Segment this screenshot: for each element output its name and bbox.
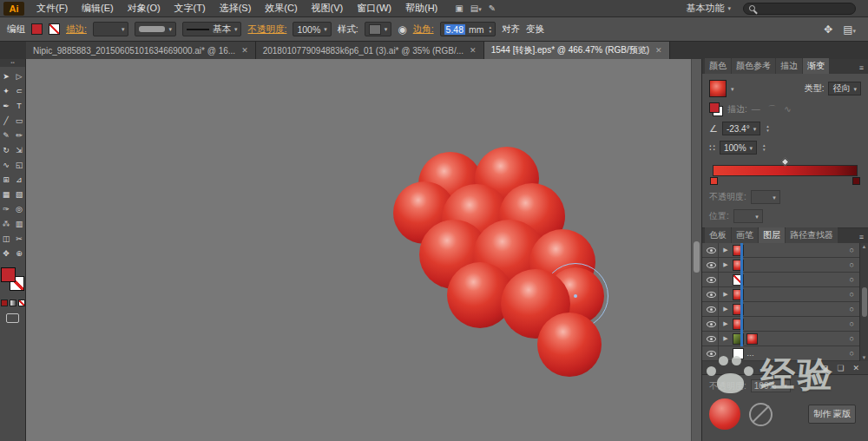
visibility-cell[interactable] — [705, 302, 719, 316]
menu-item-3[interactable]: 文字(T) — [168, 2, 213, 15]
workspace-switcher[interactable]: 基本功能 ▾ — [686, 2, 731, 15]
menu-item-8[interactable]: 帮助(H) — [398, 2, 444, 15]
recolor-artwork-icon[interactable]: ◉ — [398, 23, 406, 36]
tab-0[interactable]: 颜色 — [705, 58, 731, 74]
gradient-type-dropdown[interactable]: 径向▾ — [828, 82, 861, 95]
eye-icon[interactable] — [707, 292, 716, 298]
menu-item-4[interactable]: 选择(S) — [213, 2, 259, 15]
paintbrush-tool[interactable]: ✎ — [0, 128, 13, 142]
gradient-slider[interactable] — [713, 165, 858, 176]
share-icon[interactable]: ✎ — [489, 3, 496, 13]
fill-stroke-indicator[interactable] — [1, 267, 24, 291]
tab2-2[interactable]: 图层 — [759, 227, 785, 243]
style-dropdown[interactable]: ▾ — [365, 22, 392, 36]
layer-row[interactable]: …○ — [702, 346, 868, 361]
eye-icon[interactable] — [707, 321, 716, 327]
expand-chevron-icon[interactable]: ▶ — [721, 335, 730, 342]
eyedropper-tool[interactable]: ✑ — [0, 201, 13, 216]
column-graph-tool[interactable]: ▥ — [13, 216, 26, 231]
target-circle-icon[interactable]: ○ — [850, 246, 854, 254]
target-circle-icon[interactable]: ○ — [850, 305, 854, 313]
blend-tool[interactable]: ◎ — [13, 201, 26, 216]
visibility-cell[interactable] — [705, 258, 719, 272]
none-mode-icon[interactable] — [18, 299, 25, 306]
panel-dock-icon[interactable]: ▤▾ — [843, 23, 856, 36]
layer-row[interactable]: ○ — [702, 273, 868, 287]
stepper-icon[interactable]: ▴▾ — [766, 124, 769, 133]
tab2-3[interactable]: 路径查找器 — [786, 227, 838, 243]
close-tab-icon[interactable]: ✕ — [655, 46, 662, 55]
draw-mode-icon[interactable] — [6, 313, 19, 323]
stroke-color-swatch[interactable] — [49, 23, 60, 35]
gradient-swatch[interactable] — [709, 80, 727, 97]
layer-row[interactable]: ▶○ — [702, 317, 868, 332]
tab2-1[interactable]: 画笔 — [732, 227, 758, 243]
symbol-sprayer-tool[interactable]: ⁂ — [0, 216, 13, 231]
expand-chevron-icon[interactable]: ▶ — [721, 320, 730, 327]
expand-chevron-icon[interactable]: ▶ — [721, 291, 730, 298]
width-tool[interactable]: ∿ — [0, 157, 13, 172]
pencil-tool[interactable]: ✏ — [13, 128, 26, 142]
eye-icon[interactable] — [707, 351, 716, 357]
rectangle-tool[interactable]: ▭ — [13, 113, 26, 128]
target-circle-icon[interactable]: ○ — [850, 260, 854, 269]
stroke-link[interactable]: 描边: — [66, 23, 87, 36]
visibility-cell[interactable] — [705, 317, 719, 331]
panel-menu-icon[interactable]: ≡ — [859, 233, 868, 243]
vertical-scrollbar[interactable] — [691, 59, 701, 441]
menu-item-7[interactable]: 窗口(W) — [350, 2, 398, 15]
expand-chevron-icon[interactable]: ▶ — [721, 306, 730, 313]
shape-builder-tool[interactable]: ⊞ — [0, 172, 13, 187]
scrollbar-thumb[interactable] — [694, 241, 700, 273]
menu-item-1[interactable]: 编辑(E) — [75, 2, 121, 15]
scale-tool[interactable]: ⇲ — [13, 142, 26, 157]
menu-item-6[interactable]: 视图(V) — [305, 2, 351, 15]
gradient-aspect-field[interactable]: 100%▾ — [720, 141, 757, 155]
mesh-tool[interactable]: ▦ — [0, 187, 13, 201]
tab-2[interactable]: 描边 — [776, 58, 802, 74]
stepper-icon[interactable]: ▴▾ — [763, 143, 766, 152]
zoom-tool[interactable]: ⊕ — [13, 246, 26, 260]
selection-tool[interactable]: ➤ — [0, 69, 13, 83]
app-logo[interactable]: Ai — [3, 2, 24, 16]
stroke-weight-dropdown[interactable]: ▾ — [93, 22, 129, 36]
expand-chevron-icon[interactable]: ▶ — [721, 261, 730, 268]
direct-selection-tool[interactable]: ▷ — [13, 69, 26, 83]
gradient-tool[interactable]: ▧ — [13, 187, 26, 201]
eye-icon[interactable] — [707, 306, 716, 313]
gradient-mode-icon[interactable] — [10, 299, 16, 306]
perspective-grid-tool[interactable]: ⊿ — [13, 172, 26, 187]
gradient-stop-start[interactable] — [710, 177, 718, 185]
visibility-cell[interactable] — [705, 332, 719, 346]
search-input[interactable] — [743, 3, 856, 15]
transform-button[interactable]: 变换 — [526, 23, 544, 36]
chevron-down-icon[interactable]: ▾ — [731, 86, 734, 92]
tab2-0[interactable]: 色板 — [705, 227, 731, 243]
make-clip-mask-icon[interactable]: ◪ — [821, 364, 829, 372]
canvas[interactable] — [26, 59, 701, 441]
opacity-dropdown[interactable]: 100%▾ — [293, 22, 331, 36]
stepper-icon[interactable]: ▴▾ — [490, 25, 492, 34]
visibility-cell[interactable] — [705, 243, 719, 257]
layer-row[interactable]: ▶○ — [702, 243, 868, 258]
new-layer-icon[interactable]: ❏ — [837, 364, 844, 372]
artboard-tool[interactable]: ◫ — [0, 231, 13, 246]
pen-tool[interactable]: ✒ — [0, 98, 13, 113]
fill-swatch[interactable] — [1, 267, 16, 282]
color-mode-icon[interactable] — [1, 299, 8, 306]
eye-icon[interactable] — [707, 247, 716, 253]
scrollbar-thumb[interactable] — [862, 287, 867, 317]
document-tab[interactable]: Nipic_9885883_20150605101634669000.ai* @… — [26, 42, 256, 59]
target-circle-icon[interactable]: ○ — [850, 319, 854, 328]
close-tab-icon[interactable]: ✕ — [241, 46, 248, 55]
gradient-stop-end[interactable] — [852, 177, 860, 185]
gradient-angle-field[interactable]: -23.4°▾ — [722, 122, 760, 135]
layer-row[interactable]: ▶○ — [702, 258, 868, 273]
eye-icon[interactable] — [707, 336, 716, 342]
close-tab-icon[interactable]: ✕ — [470, 46, 477, 55]
tab-3[interactable]: 渐变 — [803, 58, 829, 74]
layers-scrollbar[interactable]: ▲ ▼ — [859, 243, 868, 361]
arrange-documents-icon[interactable]: ▣ — [455, 3, 463, 13]
transparency-opacity-field[interactable]: 100%▾ — [751, 379, 791, 392]
visibility-cell[interactable] — [705, 287, 719, 301]
